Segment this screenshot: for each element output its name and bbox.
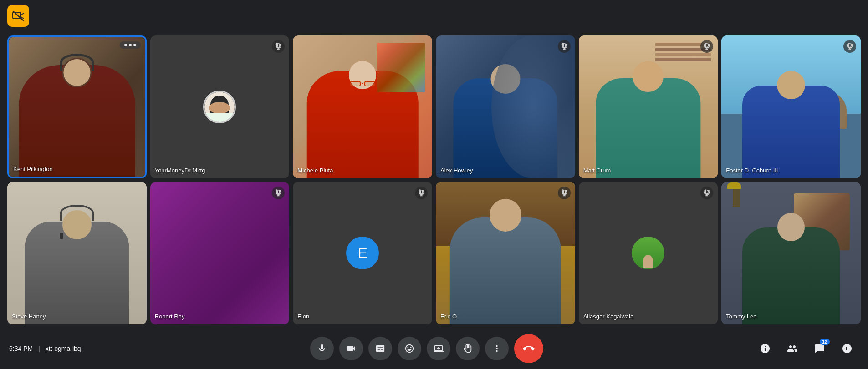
participant-name-foster: Foster D. Coburn III	[726, 167, 778, 174]
controls	[100, 334, 753, 363]
emoji-button[interactable]	[398, 337, 421, 360]
tile-bg-tommy	[721, 182, 861, 325]
participant-name-steve: Steve Haney	[12, 313, 46, 320]
participant-name-eric: Eric O	[440, 313, 457, 320]
tile-alex[interactable]: Alex Howley	[436, 35, 575, 178]
meeting-info: 6:34 PM | xtt-ogma-ibq	[9, 345, 100, 352]
video-grid: Kent Pilkington YourMoneyDr Mktg	[0, 32, 868, 328]
captions-button[interactable]	[368, 337, 392, 360]
tile-elon[interactable]: E Elon	[293, 182, 432, 325]
captions-icon	[375, 344, 385, 354]
activities-button[interactable]	[835, 337, 859, 360]
present-button[interactable]	[427, 337, 450, 360]
bottom-bar: 6:34 PM | xtt-ogma-ibq	[0, 328, 868, 369]
people-button[interactable]	[781, 337, 804, 360]
more-options-button[interactable]	[485, 337, 509, 360]
raise-hand-button[interactable]	[456, 337, 480, 360]
participant-name-robert: Robert Ray	[155, 313, 185, 320]
camera-button[interactable]	[339, 337, 363, 360]
tile-bg-foster	[721, 35, 861, 178]
mute-icon-alex	[558, 40, 571, 53]
tile-foster[interactable]: Foster D. Coburn III	[721, 35, 861, 178]
participant-name-aliasgar: Aliasgar Kagalwala	[583, 313, 634, 320]
chat-button[interactable]: 12	[808, 337, 832, 360]
tile-bg-michele	[293, 35, 432, 178]
participant-name-matt: Matt Crum	[583, 167, 611, 174]
participant-name-michele: Michele Pluta	[297, 167, 333, 174]
people-icon	[787, 343, 798, 354]
mic-button[interactable]	[310, 337, 334, 360]
tile-eric[interactable]: Eric O	[436, 182, 575, 325]
tile-bg-matt	[579, 35, 718, 178]
tile-steve[interactable]: Steve Haney	[7, 182, 147, 325]
participant-name-tommy: Tommy Lee	[726, 313, 756, 320]
tile-kent[interactable]: Kent Pilkington	[7, 35, 147, 178]
participant-name-elon: Elon	[297, 313, 309, 320]
meeting-time: 6:34 PM	[9, 345, 33, 352]
mute-icon-aliasgar	[700, 187, 713, 199]
meeting-divider: |	[38, 345, 40, 352]
avatar-elon: E	[346, 237, 379, 269]
mic-icon	[317, 344, 327, 354]
meet-logo-icon	[11, 9, 25, 23]
tile-robert[interactable]: Robert Ray	[150, 182, 290, 325]
mute-icon-elon	[415, 187, 428, 199]
avatar-yourmoney	[203, 91, 236, 123]
tile-aliasgar[interactable]: Aliasgar Kagalwala	[579, 182, 718, 325]
tile-tommy[interactable]: Tommy Lee	[721, 182, 861, 325]
top-bar	[0, 0, 868, 32]
raise-hand-icon	[463, 344, 473, 354]
tile-yourmoney[interactable]: YourMoneyDr Mktg	[150, 35, 290, 178]
app-icon	[7, 5, 29, 27]
end-call-icon	[523, 343, 535, 354]
options-button-kent[interactable]	[120, 41, 141, 49]
info-icon	[760, 343, 771, 354]
mute-icon-eric	[558, 187, 571, 199]
tile-bg-steve	[7, 182, 147, 325]
participant-name-kent: Kent Pilkington	[13, 166, 53, 172]
participant-name-yourmoney: YourMoneyDr Mktg	[155, 167, 205, 174]
present-icon	[434, 344, 444, 354]
camera-icon	[346, 344, 356, 354]
tile-bg-kent	[9, 37, 145, 177]
chat-badge: 12	[820, 339, 830, 345]
mute-icon-robert	[272, 187, 285, 199]
activities-icon	[842, 343, 853, 354]
meeting-code: xtt-ogma-ibq	[46, 345, 81, 352]
end-call-button[interactable]	[514, 334, 543, 363]
tile-matt[interactable]: Matt Crum	[579, 35, 718, 178]
right-controls: 12	[753, 337, 859, 360]
tile-bg-robert	[150, 182, 290, 325]
participant-name-alex: Alex Howley	[440, 167, 473, 174]
info-button[interactable]	[753, 337, 777, 360]
tile-bg-eric	[436, 182, 575, 325]
more-options-icon	[492, 344, 502, 354]
tile-bg-alex	[436, 35, 575, 178]
emoji-icon	[404, 344, 414, 354]
tile-michele[interactable]: Michele Pluta	[293, 35, 432, 178]
mute-icon-foster	[843, 40, 856, 53]
